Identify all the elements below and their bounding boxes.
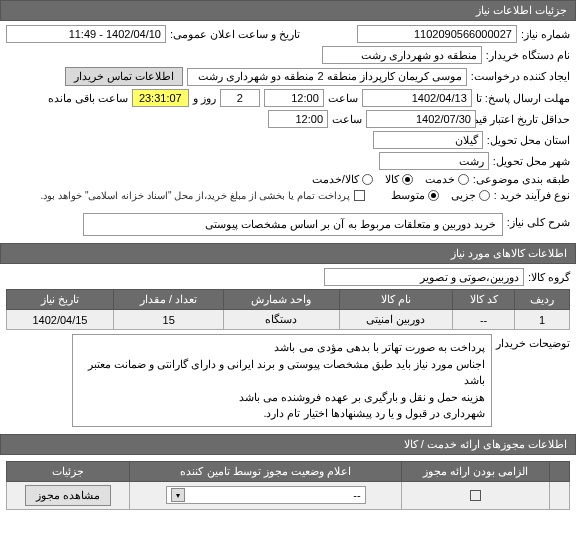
need-no-field: 1102090566000027	[357, 25, 517, 43]
cell-name: دوربین امنیتی	[339, 310, 453, 330]
city-field: رشت	[379, 152, 489, 170]
row-city: شهر محل تحویل: رشت	[6, 152, 570, 170]
announce-label: تاریخ و ساعت اعلان عمومی:	[170, 28, 300, 41]
days-label: روز و	[193, 92, 216, 105]
notes-line: پرداخت به صورت تهاتر با بدهی مؤدی می باش…	[79, 339, 485, 356]
summary-label: شرح کلی نیاز:	[507, 213, 570, 229]
radio-dot-icon	[479, 190, 490, 201]
countdown-field: 23:31:07	[132, 89, 189, 107]
notes-box: پرداخت به صورت تهاتر با بدهی مؤدی می باش…	[72, 334, 492, 427]
deadline-time-field: 12:00	[264, 89, 324, 107]
row-need-no: شماره نیاز: 1102090566000027 تاریخ و ساع…	[6, 25, 570, 43]
cell-required	[401, 481, 549, 509]
notes-line: اجناس مورد نیاز باید طبق مشخصات پیوستی و…	[79, 356, 485, 389]
radio-goods[interactable]: کالا	[385, 173, 413, 186]
radio-dot-selected-icon	[402, 174, 413, 185]
radio-dot-icon	[458, 174, 469, 185]
chevron-down-icon: ▾	[171, 488, 185, 502]
row-min-validity: حداقل تاریخ اعتبار قیمت: تا تاریخ: 1402/…	[6, 110, 570, 128]
col-details: جزئیات	[7, 461, 130, 481]
radio-small-label: جزیی	[451, 189, 476, 202]
cell-code: --	[453, 310, 515, 330]
section-header-permits: اطلاعات مجوزهای ارائه خدمت / کالا	[0, 434, 576, 455]
radio-service[interactable]: خدمت	[425, 173, 469, 186]
cell-qty: 15	[113, 310, 223, 330]
deadline-label: مهلت ارسال پاسخ: تا	[476, 92, 570, 105]
table-row[interactable]: 1 -- دوربین امنیتی دستگاه 15 1402/04/15	[7, 310, 570, 330]
province-label: استان محل تحویل:	[487, 134, 570, 147]
topic-class-label: طبقه بندی موضوعی:	[473, 173, 570, 186]
permits-header-row: الزامی بودن ارائه مجوز اعلام وضعیت مجوز …	[7, 461, 570, 481]
col-row: ردیف	[514, 290, 569, 310]
row-creator: ایجاد کننده درخواست: موسی کریمان کارپردا…	[6, 67, 570, 86]
notes-line: شهرداری در قبول و یا رد پیشنهادها اختیار…	[79, 405, 485, 422]
cell-status: -- ▾	[130, 481, 401, 509]
radio-dot-selected-icon	[428, 190, 439, 201]
cell-blank	[550, 481, 570, 509]
radio-medium-label: متوسط	[391, 189, 425, 202]
notes-label: توضیحات خریدار	[496, 334, 570, 350]
cell-unit: دستگاه	[224, 310, 339, 330]
payment-note: پرداخت تمام یا بخشی از مبلغ خرید،از محل …	[41, 190, 350, 201]
min-validity-date-field: 1402/07/30	[366, 110, 476, 128]
col-code: کد کالا	[453, 290, 515, 310]
goods-table: ردیف کد کالا نام کالا واحد شمارش تعداد /…	[6, 289, 570, 330]
radio-service-label: خدمت	[425, 173, 455, 186]
city-label: شهر محل تحویل:	[493, 155, 570, 168]
row-deadline: مهلت ارسال پاسخ: تا 1402/04/13 ساعت 12:0…	[6, 89, 570, 107]
section-header-main: جزئیات اطلاعات نیاز	[0, 0, 576, 21]
row-group: گروه کالا: دوربین،صوتی و تصویر	[6, 268, 570, 286]
min-validity-time-field: 12:00	[268, 110, 328, 128]
table-row[interactable]: -- ▾ مشاهده مجوز	[7, 481, 570, 509]
row-process: نوع فرآیند خرید : جزیی متوسط پرداخت تمام…	[6, 189, 570, 202]
radio-dot-icon	[362, 174, 373, 185]
required-checkbox[interactable]	[470, 490, 481, 501]
treasury-checkbox[interactable]	[354, 190, 365, 201]
cell-row: 1	[514, 310, 569, 330]
form-area: شماره نیاز: 1102090566000027 تاریخ و ساع…	[0, 21, 576, 243]
buyer-org-label: نام دستگاه خریدار:	[486, 49, 570, 62]
radio-goods-label: کالا	[385, 173, 399, 186]
min-validity-time-label: ساعت	[332, 113, 362, 126]
radio-medium[interactable]: متوسط	[391, 189, 439, 202]
row-notes: توضیحات خریدار پرداخت به صورت تهاتر با ب…	[6, 334, 570, 427]
row-summary: شرح کلی نیاز: خرید دوربین و متعلقات مربو…	[6, 213, 570, 236]
col-date: تاریخ نیاز	[7, 290, 114, 310]
notes-line: هزینه حمل و نقل و بارگیری بر عهده فروشند…	[79, 389, 485, 406]
row-topic-class: طبقه بندی موضوعی: خدمت کالا کالا/خدمت	[6, 173, 570, 186]
cell-details: مشاهده مجوز	[7, 481, 130, 509]
province-field: گیلان	[373, 131, 483, 149]
cell-date: 1402/04/15	[7, 310, 114, 330]
goods-area: گروه کالا: دوربین،صوتی و تصویر ردیف کد ک…	[0, 264, 576, 434]
remain-label: ساعت باقی مانده	[48, 92, 128, 105]
view-permit-button[interactable]: مشاهده مجوز	[25, 485, 111, 506]
permits-area: الزامی بودن ارائه مجوز اعلام وضعیت مجوز …	[0, 455, 576, 514]
status-select-value: --	[353, 489, 360, 501]
buyer-org-field: منطقه دو شهرداری رشت	[322, 46, 482, 64]
summary-box: خرید دوربین و متعلقات مربوط به آن بر اسا…	[83, 213, 503, 236]
section-header-goods: اطلاعات کالاهای مورد نیاز	[0, 243, 576, 264]
group-field: دوربین،صوتی و تصویر	[324, 268, 524, 286]
row-buyer-org: نام دستگاه خریدار: منطقه دو شهرداری رشت	[6, 46, 570, 64]
creator-label: ایجاد کننده درخواست:	[471, 70, 570, 83]
deadline-date-field: 1402/04/13	[362, 89, 472, 107]
col-unit: واحد شمارش	[224, 290, 339, 310]
goods-table-header-row: ردیف کد کالا نام کالا واحد شمارش تعداد /…	[7, 290, 570, 310]
process-label: نوع فرآیند خرید :	[494, 189, 570, 202]
radio-small[interactable]: جزیی	[451, 189, 490, 202]
radio-both[interactable]: کالا/خدمت	[312, 173, 373, 186]
col-blank	[550, 461, 570, 481]
announce-field: 1402/04/10 - 11:49	[6, 25, 166, 43]
creator-field: موسی کریمان کارپرداز منطقه 2 منطقه دو شه…	[187, 68, 467, 86]
days-field: 2	[220, 89, 260, 107]
min-validity-label: حداقل تاریخ اعتبار قیمت: تا تاریخ:	[480, 113, 570, 126]
radio-both-label: کالا/خدمت	[312, 173, 359, 186]
permits-table: الزامی بودن ارائه مجوز اعلام وضعیت مجوز …	[6, 461, 570, 510]
col-name: نام کالا	[339, 290, 453, 310]
contact-buyer-button[interactable]: اطلاعات تماس خریدار	[65, 67, 183, 86]
deadline-time-label: ساعت	[328, 92, 358, 105]
row-province: استان محل تحویل: گیلان	[6, 131, 570, 149]
col-qty: تعداد / مقدار	[113, 290, 223, 310]
status-select[interactable]: -- ▾	[166, 486, 366, 504]
need-no-label: شماره نیاز:	[521, 28, 570, 41]
